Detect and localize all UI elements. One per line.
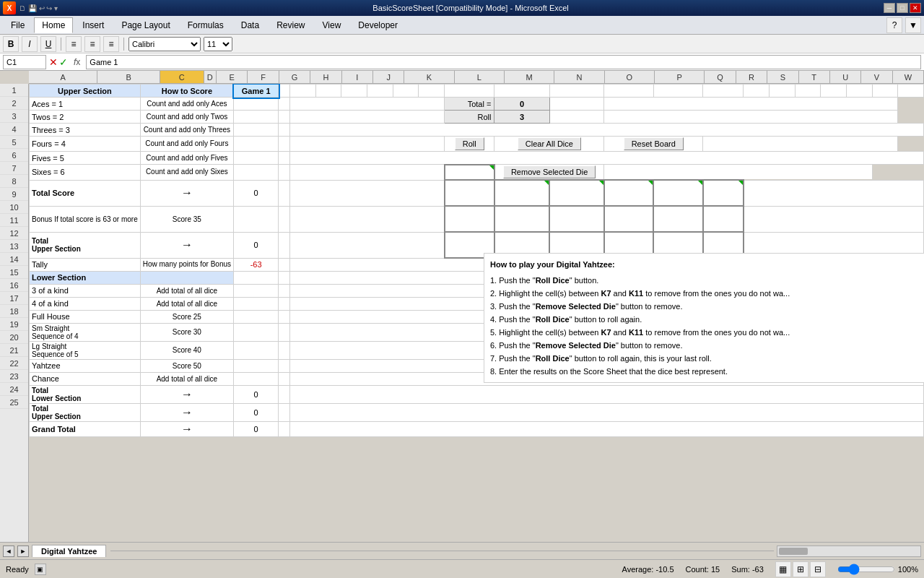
cell-d8[interactable] bbox=[279, 180, 290, 206]
cell-c5[interactable] bbox=[234, 137, 279, 152]
align-center-button[interactable]: ≡ bbox=[84, 36, 100, 52]
cell-e6-w6[interactable] bbox=[289, 152, 923, 165]
cell-a19[interactable]: Chance bbox=[30, 372, 141, 385]
cell-l9-dice[interactable] bbox=[494, 206, 549, 232]
help-button[interactable]: ? bbox=[886, 17, 902, 33]
cell-c2[interactable] bbox=[234, 98, 279, 111]
cell-p8-dice[interactable] bbox=[703, 180, 744, 206]
cell-e8[interactable] bbox=[289, 180, 444, 206]
align-right-button[interactable]: ≡ bbox=[103, 36, 119, 52]
cell-d7[interactable] bbox=[279, 165, 290, 181]
cell-c3[interactable] bbox=[234, 111, 279, 124]
cell-c21[interactable]: 0 bbox=[234, 403, 279, 421]
cell-a17[interactable]: Lg StraightSequence of 5 bbox=[30, 341, 141, 359]
roll-button[interactable]: Roll bbox=[455, 137, 484, 150]
cell-m8-dice[interactable] bbox=[549, 180, 604, 206]
cell-c6[interactable] bbox=[234, 152, 279, 165]
cell-d12[interactable] bbox=[279, 271, 290, 284]
cell-d14[interactable] bbox=[279, 297, 290, 310]
cell-d11[interactable] bbox=[279, 258, 290, 271]
cell-t1[interactable] bbox=[821, 85, 847, 98]
cell-d1[interactable] bbox=[279, 85, 290, 98]
cell-e20-w20[interactable] bbox=[289, 385, 923, 403]
cell-c10[interactable]: 0 bbox=[234, 232, 279, 258]
bold-button[interactable]: B bbox=[3, 36, 19, 52]
cell-c20[interactable]: 0 bbox=[234, 385, 279, 403]
minimize-button[interactable]: ─ bbox=[884, 3, 895, 13]
cell-d13[interactable] bbox=[279, 284, 290, 297]
cell-e2-j2[interactable] bbox=[289, 98, 444, 111]
cell-e7[interactable] bbox=[289, 165, 444, 181]
cell-a6[interactable]: Fives = 5 bbox=[30, 152, 141, 165]
cell-b8[interactable]: → bbox=[140, 180, 233, 206]
cell-d18[interactable] bbox=[279, 359, 290, 372]
cell-l8-dice[interactable] bbox=[494, 180, 549, 206]
cell-c19[interactable] bbox=[234, 372, 279, 385]
formula-input[interactable] bbox=[86, 55, 921, 69]
cell-b20[interactable]: → bbox=[140, 385, 233, 403]
cell-reference-input[interactable] bbox=[3, 55, 46, 69]
cell-p1[interactable] bbox=[703, 85, 744, 98]
align-left-button[interactable]: ≡ bbox=[66, 36, 82, 52]
cell-r1[interactable] bbox=[769, 85, 795, 98]
cell-b1[interactable]: How to Score bbox=[140, 85, 233, 98]
cell-c15[interactable] bbox=[234, 310, 279, 323]
cell-e1[interactable] bbox=[289, 85, 315, 98]
cell-p5[interactable] bbox=[703, 137, 898, 152]
tab-page-layout[interactable]: Page Layout bbox=[113, 17, 178, 33]
cell-k1[interactable] bbox=[445, 85, 494, 98]
cell-c16[interactable] bbox=[234, 323, 279, 341]
maximize-button[interactable]: □ bbox=[897, 3, 908, 13]
window-controls[interactable]: ─ □ ✕ bbox=[884, 3, 921, 13]
cell-h1[interactable] bbox=[367, 85, 393, 98]
cell-b16[interactable]: Score 30 bbox=[140, 323, 233, 341]
cell-d6[interactable] bbox=[279, 152, 290, 165]
cell-o1[interactable] bbox=[653, 85, 702, 98]
cell-j1[interactable] bbox=[419, 85, 445, 98]
page-layout-view-button[interactable]: ⊞ bbox=[793, 561, 808, 577]
cell-o9-dice[interactable] bbox=[653, 206, 702, 232]
clear-all-dice-button[interactable]: Clear All Dice bbox=[518, 137, 581, 150]
underline-button[interactable]: U bbox=[40, 36, 56, 52]
cell-e4-w4[interactable] bbox=[289, 124, 923, 137]
cell-c17[interactable] bbox=[234, 341, 279, 359]
cell-a4[interactable]: Threes = 3 bbox=[30, 124, 141, 137]
confirm-formula-icon[interactable]: ✓ bbox=[59, 56, 68, 68]
cell-a13[interactable]: 3 of a kind bbox=[30, 284, 141, 297]
cell-e22-w22[interactable] bbox=[289, 421, 923, 436]
cell-a16[interactable]: Sm StraightSequence of 4 bbox=[30, 323, 141, 341]
cell-c22[interactable]: 0 bbox=[234, 421, 279, 436]
cell-o8-dice[interactable] bbox=[653, 180, 702, 206]
cell-l7-remove-btn[interactable]: Remove Selected Die bbox=[494, 165, 604, 181]
cell-e9[interactable] bbox=[289, 206, 444, 232]
cell-c7[interactable] bbox=[234, 165, 279, 181]
cell-a11[interactable]: Tally bbox=[30, 258, 141, 271]
sheet-tab-digital-yahtzee[interactable]: Digital Yahtzee bbox=[32, 545, 106, 557]
cell-d10[interactable] bbox=[279, 232, 290, 258]
cell-b5[interactable]: Count and add only Fours bbox=[140, 137, 233, 152]
cell-e10[interactable] bbox=[289, 232, 444, 258]
cell-b18[interactable]: Score 50 bbox=[140, 359, 233, 372]
cell-b9[interactable]: Score 35 bbox=[140, 206, 233, 232]
cell-d2[interactable] bbox=[279, 98, 290, 111]
cell-m1[interactable] bbox=[549, 85, 604, 98]
cell-a3[interactable]: Twos = 2 bbox=[30, 111, 141, 124]
cell-b10[interactable]: → bbox=[140, 232, 233, 258]
cell-k5-roll-btn[interactable]: Roll bbox=[445, 137, 494, 152]
cell-w1[interactable] bbox=[898, 85, 924, 98]
cell-p9-dice[interactable] bbox=[703, 206, 744, 232]
cell-l5-clear-btn[interactable]: Clear All Dice bbox=[494, 137, 604, 152]
italic-button[interactable]: I bbox=[22, 36, 38, 52]
cell-b4[interactable]: Count and add only Threes bbox=[140, 124, 233, 137]
cell-b3[interactable]: Count and add only Twos bbox=[140, 111, 233, 124]
cell-c9[interactable] bbox=[234, 206, 279, 232]
cell-d3[interactable] bbox=[279, 111, 290, 124]
tab-review[interactable]: Review bbox=[269, 17, 313, 33]
font-size-select[interactable]: 11 bbox=[204, 37, 232, 51]
tab-view[interactable]: View bbox=[315, 17, 349, 33]
cell-s1[interactable] bbox=[795, 85, 821, 98]
cell-d9[interactable] bbox=[279, 206, 290, 232]
cell-a9[interactable]: Bonus If total score is 63 or more bbox=[30, 206, 141, 232]
page-break-view-button[interactable]: ⊟ bbox=[810, 561, 826, 577]
reset-board-button[interactable]: Reset Board bbox=[624, 137, 684, 150]
